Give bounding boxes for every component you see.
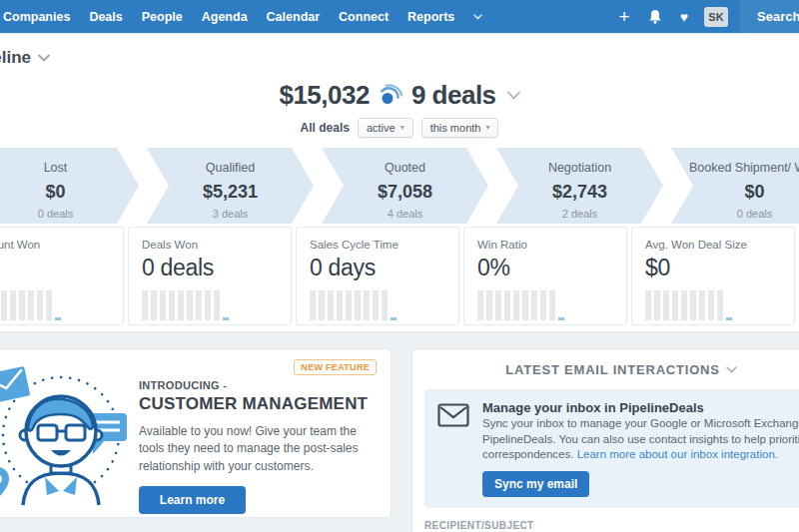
- email-header-chevron-down-icon: [726, 366, 737, 373]
- inbox-promo-line1: Sync your inbox to manage your Google or…: [482, 416, 799, 432]
- nav-item-calendar[interactable]: Calendar: [267, 10, 321, 24]
- stat-value: 0%: [477, 255, 613, 281]
- stage-amount: $5,231: [161, 182, 300, 203]
- page-title-row: Pipeline: [0, 46, 799, 70]
- stage-name: Negotiation: [510, 161, 649, 175]
- envelope-shape: [0, 366, 30, 404]
- nav-item-companies[interactable]: Companies: [3, 10, 70, 24]
- new-feature-badge: NEW FEATURE: [294, 359, 377, 375]
- stage-deals: 0 deals: [685, 208, 799, 220]
- stat-placeholder-bars: [477, 290, 555, 320]
- pipeline-stage-band: Lost $0 0 deals Qualified $5,231 3 deals…: [0, 148, 799, 224]
- inbox-promo-line3: correspondences. Learn more about our in…: [482, 447, 799, 463]
- stage-name: Booked Shipment/ Won: [685, 161, 799, 175]
- stat-label: Sales Cycle Time: [310, 239, 445, 251]
- sync-my-email-button[interactable]: Sync my email: [482, 471, 589, 497]
- bottom-section: NEW FEATURE: [0, 331, 799, 532]
- filter-scope-label: All deals: [301, 121, 350, 135]
- stage-deals: 4 deals: [336, 208, 474, 220]
- inbox-promo-box: Manage your inbox in PipelineDeals Sync …: [424, 389, 799, 508]
- learn-more-button[interactable]: Learn more: [139, 486, 246, 514]
- total-amount: $15,032: [279, 80, 369, 110]
- stats-row: Amount Won $0 Deals Won 0 deals Sales Cy…: [0, 227, 799, 325]
- pin-shape: [0, 467, 9, 499]
- stage-deals: 0 deals: [0, 208, 125, 220]
- stat-placeholder-bars: [142, 290, 220, 320]
- pipelinedeals-swirl-logo-icon: [379, 83, 402, 107]
- stat-placeholder-bars: [310, 290, 388, 320]
- feature-title: CUSTOMER MANAGEMENT: [139, 394, 369, 414]
- feature-kicker: INTRODUCING -: [139, 379, 369, 391]
- stat-card-sales-cycle-time: Sales Cycle Time 0 days: [296, 227, 459, 325]
- stage-booked-shipment-won[interactable]: Booked Shipment/ Won $0 0 deals: [671, 148, 799, 224]
- pipeline-summary: $15,032 9 deals: [0, 80, 799, 110]
- search-label: Search: [757, 9, 799, 24]
- pipeline-selector-chevron-down-icon[interactable]: [38, 54, 50, 62]
- stage-name: Quoted: [336, 161, 474, 175]
- email-card-header[interactable]: LATEST EMAIL INTERACTIONS: [424, 362, 799, 377]
- user-avatar[interactable]: SK: [704, 7, 728, 27]
- caret-down-icon: ▾: [485, 124, 489, 132]
- inbox-promo-content: Manage your inbox in PipelineDeals Sync …: [482, 400, 799, 497]
- stage-amount: $0: [685, 182, 799, 203]
- stage-deals: 2 deals: [510, 208, 649, 220]
- stage-negotiation[interactable]: Negotiation $2,743 2 deals: [496, 148, 663, 224]
- status-filter-value: active: [367, 122, 396, 134]
- stat-placeholder-bars: [645, 290, 723, 320]
- stat-value: 0 days: [310, 255, 445, 281]
- customer-management-feature-card: NEW FEATURE: [0, 348, 392, 518]
- feature-description: Available to you now! Give your team the…: [139, 423, 369, 475]
- period-filter-value: this month: [430, 122, 481, 134]
- stage-amount: $7,058: [336, 182, 474, 203]
- stat-label: Amount Won: [0, 239, 110, 251]
- stage-name: Qualified: [161, 161, 300, 175]
- stage-quoted[interactable]: Quoted $7,058 4 deals: [322, 148, 488, 224]
- notifications-bell-icon[interactable]: [648, 9, 662, 24]
- stat-placeholder-bars: [0, 290, 52, 320]
- period-filter-dropdown[interactable]: this month ▾: [421, 118, 499, 138]
- stat-card-avg-won-deal-size: Avg. Won Deal Size $0: [631, 227, 795, 325]
- top-nav: Companies Deals People Agenda Calendar C…: [0, 0, 799, 33]
- nav-more-chevron-down-icon[interactable]: [473, 14, 482, 20]
- filter-row: All deals active ▾ this month ▾: [0, 118, 799, 138]
- nav-item-deals[interactable]: Deals: [89, 10, 122, 24]
- nav-item-people[interactable]: People: [142, 10, 183, 24]
- stat-value: $0: [0, 255, 110, 281]
- inbox-promo-title: Manage your inbox in PipelineDeals: [482, 400, 799, 416]
- customer-illustration: [0, 355, 129, 521]
- inbox-integration-link[interactable]: Learn more about our inbox integration.: [577, 448, 778, 460]
- email-card-title: LATEST EMAIL INTERACTIONS: [505, 362, 720, 377]
- stage-name: Lost: [0, 161, 125, 175]
- add-icon[interactable]: +: [619, 8, 630, 26]
- envelope-icon: [437, 403, 469, 497]
- latest-email-interactions-card: LATEST EMAIL INTERACTIONS Manage your in…: [411, 348, 799, 532]
- caret-down-icon: ▾: [400, 124, 404, 132]
- nav-right-cluster: + ♥ SK Search: [610, 0, 799, 33]
- stage-lost[interactable]: Lost $0 0 deals: [0, 148, 139, 224]
- stage-deals: 3 deals: [161, 208, 300, 220]
- total-deals-count: 9 deals: [411, 80, 496, 110]
- inbox-promo-line2: PipelineDeals. You can also use contact …: [482, 432, 799, 448]
- nav-item-reports[interactable]: Reports: [407, 10, 454, 24]
- nav-item-agenda[interactable]: Agenda: [202, 10, 248, 24]
- recipient-subject-column-header: RECIPIENT/SUBJECT: [424, 520, 799, 532]
- status-filter-dropdown[interactable]: active ▾: [358, 118, 413, 138]
- stat-label: Avg. Won Deal Size: [645, 239, 781, 251]
- search-button[interactable]: Search: [740, 0, 799, 33]
- stat-card-win-ratio: Win Ratio 0%: [463, 227, 627, 325]
- stage-amount: $2,743: [510, 182, 649, 203]
- person-shape: [20, 396, 102, 505]
- favorites-heart-icon[interactable]: ♥: [680, 10, 688, 24]
- stat-label: Win Ratio: [477, 239, 613, 251]
- nav-item-connect[interactable]: Connect: [339, 10, 389, 24]
- stat-card-deals-won: Deals Won 0 deals: [128, 227, 292, 325]
- stat-value: $0: [645, 255, 781, 281]
- page-title: Pipeline: [0, 47, 31, 69]
- summary-chevron-down-icon[interactable]: [507, 91, 520, 100]
- stat-value: 0 deals: [142, 255, 278, 281]
- stage-qualified[interactable]: Qualified $5,231 3 deals: [147, 148, 314, 224]
- stat-card-amount-won: Amount Won $0: [0, 227, 124, 325]
- stage-amount: $0: [0, 182, 125, 203]
- stat-label: Deals Won: [142, 239, 278, 251]
